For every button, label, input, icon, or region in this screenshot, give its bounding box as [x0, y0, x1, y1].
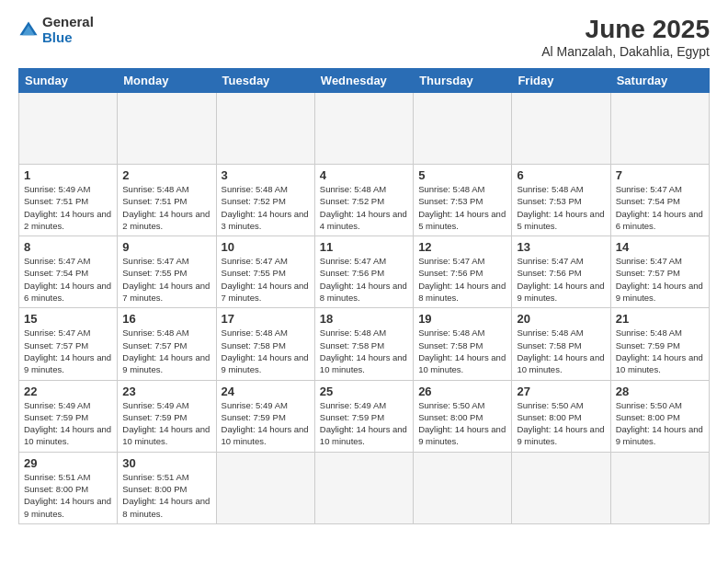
table-row: 28Sunrise: 5:50 AMSunset: 8:00 PMDayligh… [610, 380, 709, 452]
calendar-week-row: 1Sunrise: 5:49 AMSunset: 7:51 PMDaylight… [19, 165, 710, 236]
day-info: Sunrise: 5:47 AMSunset: 7:55 PMDaylight:… [222, 255, 310, 304]
table-row [610, 452, 709, 523]
day-number: 19 [418, 312, 506, 326]
day-info: Sunrise: 5:47 AMSunset: 7:56 PMDaylight:… [517, 255, 605, 304]
header-thursday: Thursday [414, 69, 512, 93]
calendar-week-row: 15Sunrise: 5:47 AMSunset: 7:57 PMDayligh… [19, 308, 710, 380]
table-row: 29Sunrise: 5:51 AMSunset: 8:00 PMDayligh… [19, 452, 118, 523]
day-number: 24 [222, 385, 310, 398]
day-info: Sunrise: 5:49 AMSunset: 7:59 PMDaylight:… [24, 399, 112, 448]
day-number: 29 [24, 456, 112, 470]
day-info: Sunrise: 5:48 AMSunset: 7:52 PMDaylight:… [222, 183, 310, 232]
day-info: Sunrise: 5:48 AMSunset: 7:58 PMDaylight:… [517, 327, 605, 375]
table-row: 30Sunrise: 5:51 AMSunset: 8:00 PMDayligh… [118, 452, 216, 523]
table-row: 5Sunrise: 5:48 AMSunset: 7:53 PMDaylight… [414, 165, 512, 236]
day-info: Sunrise: 5:49 AMSunset: 7:59 PMDaylight:… [320, 399, 408, 448]
day-number: 4 [320, 168, 408, 182]
table-row [414, 93, 512, 165]
table-row: 20Sunrise: 5:48 AMSunset: 7:58 PMDayligh… [512, 308, 610, 380]
day-number: 20 [517, 312, 605, 326]
table-row: 10Sunrise: 5:47 AMSunset: 7:55 PMDayligh… [216, 236, 314, 308]
table-row [610, 93, 709, 165]
day-info: Sunrise: 5:51 AMSunset: 8:00 PMDaylight:… [122, 471, 210, 520]
header-friday: Friday [512, 69, 610, 93]
logo-icon [18, 20, 39, 40]
day-number: 18 [320, 312, 408, 326]
header-saturday: Saturday [610, 69, 709, 93]
day-number: 14 [616, 240, 704, 254]
table-row: 13Sunrise: 5:47 AMSunset: 7:56 PMDayligh… [512, 236, 610, 308]
table-row: 11Sunrise: 5:47 AMSunset: 7:56 PMDayligh… [314, 236, 413, 308]
day-info: Sunrise: 5:48 AMSunset: 7:51 PMDaylight:… [122, 183, 210, 232]
calendar-week-row: 29Sunrise: 5:51 AMSunset: 8:00 PMDayligh… [19, 452, 710, 523]
day-number: 27 [517, 385, 605, 398]
day-info: Sunrise: 5:47 AMSunset: 7:54 PMDaylight:… [616, 183, 704, 232]
table-row: 17Sunrise: 5:48 AMSunset: 7:58 PMDayligh… [216, 308, 314, 380]
day-info: Sunrise: 5:47 AMSunset: 7:55 PMDaylight:… [122, 255, 210, 304]
day-info: Sunrise: 5:49 AMSunset: 7:51 PMDaylight:… [24, 183, 112, 232]
table-row [19, 93, 118, 165]
day-number: 30 [122, 456, 210, 470]
day-number: 5 [418, 168, 506, 182]
day-info: Sunrise: 5:48 AMSunset: 7:58 PMDaylight:… [222, 327, 310, 375]
table-row: 12Sunrise: 5:47 AMSunset: 7:56 PMDayligh… [414, 236, 512, 308]
day-number: 17 [222, 312, 310, 326]
table-row: 2Sunrise: 5:48 AMSunset: 7:51 PMDaylight… [118, 165, 216, 236]
calendar-week-row [19, 93, 710, 165]
day-number: 6 [517, 168, 605, 182]
day-number: 28 [616, 385, 704, 398]
day-number: 11 [320, 240, 408, 254]
day-number: 3 [222, 168, 310, 182]
header: General Blue June 2025 Al Manzalah, Daka… [18, 15, 710, 59]
table-row [314, 452, 413, 523]
day-info: Sunrise: 5:48 AMSunset: 7:59 PMDaylight:… [616, 327, 704, 375]
table-row [512, 93, 610, 165]
table-row [512, 452, 610, 523]
day-number: 8 [24, 240, 112, 254]
day-number: 21 [616, 312, 704, 326]
table-row: 14Sunrise: 5:47 AMSunset: 7:57 PMDayligh… [610, 236, 709, 308]
day-number: 12 [418, 240, 506, 254]
table-row: 26Sunrise: 5:50 AMSunset: 8:00 PMDayligh… [414, 380, 512, 452]
day-info: Sunrise: 5:48 AMSunset: 7:53 PMDaylight:… [517, 183, 605, 232]
title-block: June 2025 Al Manzalah, Dakahlia, Egypt [541, 15, 710, 59]
table-row: 24Sunrise: 5:49 AMSunset: 7:59 PMDayligh… [216, 380, 314, 452]
day-info: Sunrise: 5:47 AMSunset: 7:57 PMDaylight:… [616, 255, 704, 304]
day-info: Sunrise: 5:50 AMSunset: 8:00 PMDaylight:… [616, 399, 704, 448]
table-row [118, 93, 216, 165]
table-row: 21Sunrise: 5:48 AMSunset: 7:59 PMDayligh… [610, 308, 709, 380]
day-number: 23 [122, 385, 210, 398]
table-row [414, 452, 512, 523]
day-number: 25 [320, 385, 408, 398]
logo: General Blue [18, 15, 94, 45]
day-info: Sunrise: 5:47 AMSunset: 7:56 PMDaylight:… [320, 255, 408, 304]
table-row: 18Sunrise: 5:48 AMSunset: 7:58 PMDayligh… [314, 308, 413, 380]
table-row: 27Sunrise: 5:50 AMSunset: 8:00 PMDayligh… [512, 380, 610, 452]
header-sunday: Sunday [19, 69, 118, 93]
table-row: 16Sunrise: 5:48 AMSunset: 7:57 PMDayligh… [118, 308, 216, 380]
day-number: 22 [24, 385, 112, 398]
day-info: Sunrise: 5:48 AMSunset: 7:58 PMDaylight:… [418, 327, 506, 375]
table-row: 9Sunrise: 5:47 AMSunset: 7:55 PMDaylight… [118, 236, 216, 308]
day-number: 13 [517, 240, 605, 254]
table-row [216, 93, 314, 165]
logo-blue-text: Blue [42, 30, 94, 46]
calendar-table: Sunday Monday Tuesday Wednesday Thursday… [18, 68, 710, 524]
day-info: Sunrise: 5:47 AMSunset: 7:54 PMDaylight:… [24, 255, 112, 304]
day-number: 16 [122, 312, 210, 326]
logo-text: General Blue [42, 15, 94, 45]
day-info: Sunrise: 5:49 AMSunset: 7:59 PMDaylight:… [222, 399, 310, 448]
day-number: 15 [24, 312, 112, 326]
day-info: Sunrise: 5:48 AMSunset: 7:52 PMDaylight:… [320, 183, 408, 232]
page: General Blue June 2025 Al Manzalah, Daka… [0, 0, 728, 563]
day-info: Sunrise: 5:48 AMSunset: 7:53 PMDaylight:… [418, 183, 506, 232]
day-info: Sunrise: 5:48 AMSunset: 7:57 PMDaylight:… [122, 327, 210, 375]
day-info: Sunrise: 5:51 AMSunset: 8:00 PMDaylight:… [24, 471, 112, 520]
day-number: 26 [418, 385, 506, 398]
table-row: 22Sunrise: 5:49 AMSunset: 7:59 PMDayligh… [19, 380, 118, 452]
calendar-week-row: 22Sunrise: 5:49 AMSunset: 7:59 PMDayligh… [19, 380, 710, 452]
table-row: 8Sunrise: 5:47 AMSunset: 7:54 PMDaylight… [19, 236, 118, 308]
table-row: 4Sunrise: 5:48 AMSunset: 7:52 PMDaylight… [314, 165, 413, 236]
header-wednesday: Wednesday [314, 69, 413, 93]
day-info: Sunrise: 5:49 AMSunset: 7:59 PMDaylight:… [122, 399, 210, 448]
